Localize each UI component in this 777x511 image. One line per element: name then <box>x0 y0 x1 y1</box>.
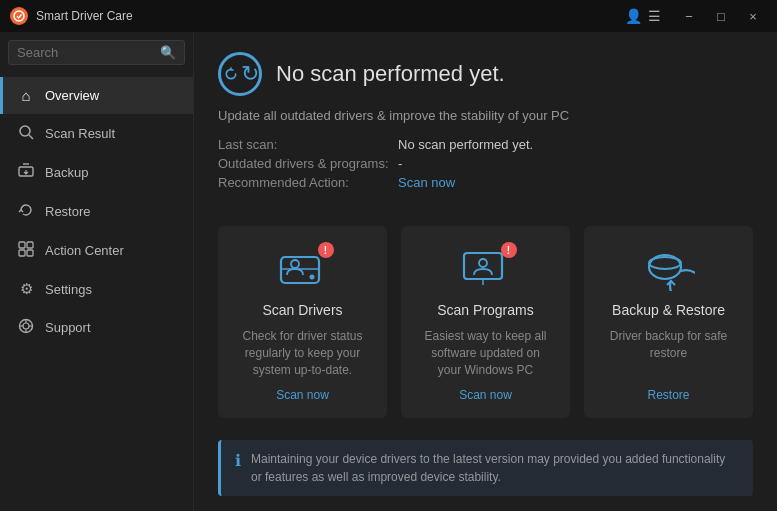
sidebar-item-restore[interactable]: Restore <box>0 192 193 231</box>
action-center-label: Action Center <box>45 243 124 258</box>
backup-restore-icon-wrap <box>642 246 696 292</box>
scan-drivers-card: ! Scan Drivers Check for driver status r… <box>218 226 387 418</box>
scan-programs-desc: Easiest way to keep all software updated… <box>419 328 552 378</box>
settings-icon: ⚙ <box>17 280 35 298</box>
overview-icon: ⌂ <box>17 87 35 104</box>
last-scan-value: No scan performed yet. <box>398 137 753 152</box>
sidebar-item-support[interactable]: Support <box>0 308 193 347</box>
last-scan-label: Last scan: <box>218 137 398 152</box>
action-center-icon <box>17 241 35 260</box>
scan-programs-card: ! Scan Programs Easiest way to keep all … <box>401 226 570 418</box>
svg-point-0 <box>14 11 24 21</box>
sidebar-item-scan-result[interactable]: Scan Result <box>0 114 193 153</box>
restore-icon <box>17 202 35 221</box>
backup-icon <box>17 163 35 182</box>
outdated-value: - <box>398 156 753 171</box>
sidebar-item-backup[interactable]: Backup <box>0 153 193 192</box>
sidebar-item-overview[interactable]: ⌂ Overview <box>0 77 193 114</box>
backup-label: Backup <box>45 165 88 180</box>
backup-restore-link[interactable]: Restore <box>647 388 689 402</box>
backup-restore-title: Backup & Restore <box>612 302 725 318</box>
sidebar-item-settings[interactable]: ⚙ Settings <box>0 270 193 308</box>
backup-restore-desc: Driver backup for safe restore <box>602 328 735 378</box>
scan-drivers-desc: Check for driver status regularly to kee… <box>236 328 369 378</box>
close-button[interactable]: × <box>739 5 767 27</box>
content-header: No scan performed yet. <box>218 52 753 96</box>
scan-drivers-badge: ! <box>318 242 334 258</box>
overview-label: Overview <box>45 88 99 103</box>
scan-programs-link[interactable]: Scan now <box>459 388 512 402</box>
content-area: No scan performed yet. Update all outdat… <box>194 32 777 511</box>
banner-text: Maintaining your device drivers to the l… <box>251 450 739 486</box>
scan-drivers-link[interactable]: Scan now <box>276 388 329 402</box>
svg-rect-18 <box>464 253 502 279</box>
scan-status-icon <box>218 52 262 96</box>
cards-row: ! Scan Drivers Check for driver status r… <box>218 226 753 418</box>
recommended-action-link[interactable]: Scan now <box>398 175 753 190</box>
restore-label: Restore <box>45 204 91 219</box>
sidebar-nav: ⌂ Overview Scan Result <box>0 77 193 347</box>
main-layout: 🔍 ⌂ Overview Scan Result <box>0 32 777 511</box>
support-icon <box>17 318 35 337</box>
menu-icon[interactable]: ☰ <box>648 8 661 24</box>
scan-result-label: Scan Result <box>45 126 115 141</box>
search-input[interactable] <box>17 45 160 60</box>
search-box[interactable]: 🔍 <box>8 40 185 65</box>
scan-result-icon <box>17 124 35 143</box>
maximize-button[interactable]: □ <box>707 5 735 27</box>
backup-restore-icon <box>643 247 695 291</box>
search-icon[interactable]: 🔍 <box>160 45 176 60</box>
scan-drivers-title: Scan Drivers <box>262 302 342 318</box>
recommended-label: Recommended Action: <box>218 175 398 190</box>
content-subtitle: Update all outdated drivers & improve th… <box>218 108 753 123</box>
svg-rect-7 <box>27 250 33 256</box>
scan-programs-title: Scan Programs <box>437 302 533 318</box>
svg-point-9 <box>23 323 29 329</box>
outdated-label: Outdated drivers & programs: <box>218 156 398 171</box>
svg-rect-5 <box>27 242 33 248</box>
svg-point-1 <box>20 126 30 136</box>
banner-info-icon: ℹ <box>235 451 241 470</box>
title-bar: Smart Driver Care 👤 ☰ − □ × <box>0 0 777 32</box>
svg-point-23 <box>649 257 681 269</box>
svg-rect-4 <box>19 242 25 248</box>
user-icon[interactable]: 👤 <box>625 8 642 24</box>
svg-point-16 <box>309 275 314 280</box>
title-bar-controls: 👤 ☰ − □ × <box>625 5 767 27</box>
scan-programs-icon-wrap: ! <box>459 246 513 292</box>
title-bar-left: Smart Driver Care <box>10 7 133 25</box>
title-bar-icon-group: 👤 ☰ <box>625 8 661 24</box>
settings-label: Settings <box>45 282 92 297</box>
svg-line-2 <box>29 135 33 139</box>
minimize-button[interactable]: − <box>675 5 703 27</box>
svg-point-21 <box>479 259 487 267</box>
svg-point-17 <box>291 260 299 268</box>
sidebar: 🔍 ⌂ Overview Scan Result <box>0 32 194 511</box>
backup-restore-card: Backup & Restore Driver backup for safe … <box>584 226 753 418</box>
scan-programs-badge: ! <box>501 242 517 258</box>
support-label: Support <box>45 320 91 335</box>
info-grid: Last scan: No scan performed yet. Outdat… <box>218 137 753 190</box>
sidebar-item-action-center[interactable]: Action Center <box>0 231 193 270</box>
scan-drivers-icon-wrap: ! <box>276 246 330 292</box>
app-icon <box>10 7 28 25</box>
content-title: No scan performed yet. <box>276 61 505 87</box>
info-banner: ℹ Maintaining your device drivers to the… <box>218 440 753 496</box>
svg-rect-6 <box>19 250 25 256</box>
app-title: Smart Driver Care <box>36 9 133 23</box>
